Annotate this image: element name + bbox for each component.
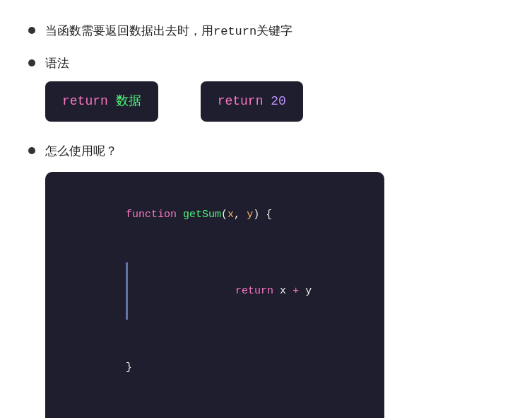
brace-open: { — [266, 209, 272, 221]
syntax-badge-1: return 数据 — [45, 81, 158, 122]
fn-paren-close: ) — [253, 209, 259, 221]
brace-close: } — [126, 361, 132, 373]
bullet-dot-1 — [28, 27, 35, 34]
content-list: 当函数需要返回数据出去时，用return关键字 语法 return 数据 ret… — [28, 21, 504, 418]
bullet-item-2: 语法 return 数据 return 20 — [28, 54, 504, 122]
badge2-value: 20 — [271, 94, 286, 108]
bullet1-suffix: 关键字 — [256, 24, 292, 37]
var-y: y — [305, 285, 312, 297]
badge1-keyword: return — [62, 94, 108, 108]
param-x: x — [227, 209, 234, 221]
bullet-text-1: 当函数需要返回数据出去时，用return关键字 — [45, 21, 292, 41]
fn-paren-open: ( — [221, 209, 227, 221]
code-block: function getSum(x, y) { return x + y } l… — [45, 172, 384, 418]
kw-function: function — [126, 209, 177, 221]
code-line-4: let num = getSum(10, 30) — [62, 396, 367, 418]
var-x: x — [280, 285, 286, 297]
bullet-item-3: 怎么使用呢？ function getSum(x, y) { return x … — [28, 141, 504, 418]
bullet-dot-3 — [28, 147, 35, 154]
gap — [28, 134, 504, 141]
fn-name: getSum — [183, 209, 221, 221]
syntax-row: return 数据 return 20 — [45, 81, 303, 122]
code-line-3: } — [62, 339, 367, 396]
code-line-1: function getSum(x, y) { — [62, 186, 367, 243]
bullet-dot-2 — [28, 59, 35, 66]
code-line-2: return x + y — [62, 243, 367, 339]
operator-plus: + — [292, 285, 299, 297]
bullet1-prefix: 当函数需要返回数据出去时，用 — [45, 24, 213, 37]
bullet-item-1: 当函数需要返回数据出去时，用return关键字 — [28, 21, 504, 41]
code-block-wrapper: function getSum(x, y) { return x + y } l… — [45, 172, 384, 418]
bullet2-label: 语法 — [45, 54, 69, 73]
syntax-badge-2: return 20 — [201, 81, 303, 122]
badge2-keyword: return — [218, 94, 264, 108]
kw-return-line2: return — [235, 285, 273, 297]
badge1-value: 数据 — [116, 94, 141, 108]
bullet3-label: 怎么使用呢？ — [45, 141, 117, 161]
param-y: y — [247, 209, 253, 221]
bullet1-keyword: return — [213, 25, 256, 38]
